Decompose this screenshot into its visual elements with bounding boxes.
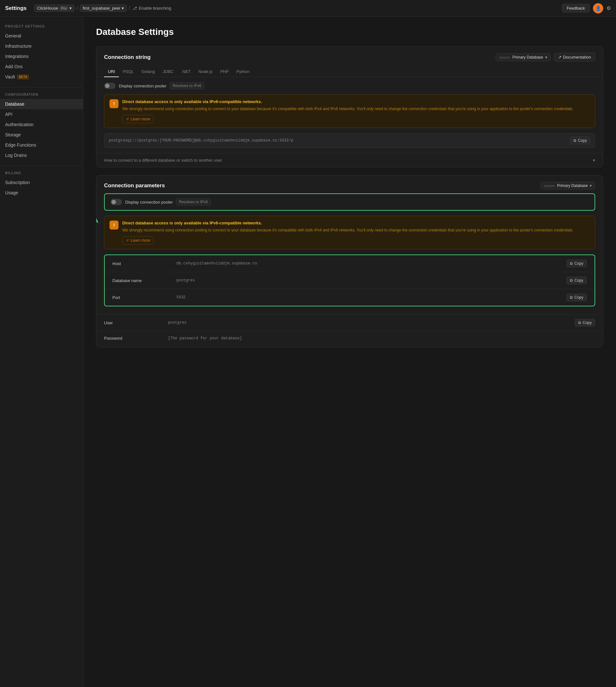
tab-uri[interactable]: URI [104,67,119,77]
connection-string-title: Connection string [104,54,151,61]
alert-warning-icon: ! [110,99,118,108]
sidebar: PROJECT SETTINGS General Infrastructure … [0,17,83,687]
params-learn-more-button[interactable]: ↗ Learn more [122,236,154,245]
tab-nodejs[interactable]: Node.js [195,67,216,77]
copy-icon: ⧉ [578,320,581,325]
param-row-dbname: Database name postgres ⧉ Copy [105,272,595,289]
sidebar-item-storage[interactable]: Storage [0,130,83,140]
connection-parameters-card: Connection parameters source Primary Dat… [96,175,603,347]
sidebar-item-integrations[interactable]: Integrations [0,51,83,62]
tab-python[interactable]: Python [233,67,253,77]
params-card-header-actions: source Primary Database ▾ [541,182,595,190]
display-pooler-toggle[interactable] [104,83,115,89]
branch-icon: ⎇ [132,6,137,10]
params-alert-warning-icon: ! [110,221,118,229]
collapsible-chevron-icon: ▾ [593,158,595,163]
project-chevron-icon: ▾ [122,6,124,10]
settings-icon[interactable]: ⚙ [607,5,611,11]
project-selector[interactable]: first_supabase_peer ▾ [80,4,127,12]
params-source-selector[interactable]: source Primary Database ▾ [541,182,595,190]
copy-port-button[interactable]: ⧉ Copy [566,293,587,301]
ipv6-alert: ! Direct database access is only availab… [104,94,595,128]
copy-user-button[interactable]: ⧉ Copy [575,319,595,327]
sidebar-item-label: API [5,112,13,117]
copy-label: Copy [574,295,584,300]
branch-label: Enable branching [139,6,171,10]
param-label-user: User [104,320,168,325]
tab-php[interactable]: PHP [216,67,233,77]
tab-net[interactable]: .NET [177,67,195,77]
connection-string-value: postgresql://postgres:[YOUR-PASSWORD]@db… [109,138,567,143]
project-name: first_supabase_peer [83,6,120,10]
sidebar-divider [0,87,83,87]
sidebar-item-label: General [5,33,21,39]
display-pooler-toggle-row: Display connection pooler Resolves to IP… [96,77,603,94]
sidebar-item-api[interactable]: API [0,109,83,119]
tab-golang[interactable]: Golang [138,67,159,77]
param-label-host: Host [112,261,176,266]
sidebar-item-log-drains[interactable]: Log Drains [0,150,83,160]
sidebar-item-label: Authentication [5,122,34,127]
params-learn-more-label: Learn more [131,238,150,243]
params-display-pooler-toggle[interactable] [110,199,122,205]
copy-label: Copy [574,278,584,283]
app-layout: PROJECT SETTINGS General Infrastructure … [0,17,616,687]
source-value: Primary Database [512,55,543,60]
source-chevron-icon: ▾ [545,55,547,60]
sidebar-item-label: Add Ons [5,64,22,69]
param-value-host: db.cxhygiuitamxhniiddjm.supabase.co [176,261,564,266]
sidebar-item-add-ons[interactable]: Add Ons [0,62,83,72]
copy-icon: ⧉ [573,138,576,143]
service-selector[interactable]: ClickHouse Pro ▾ [34,4,74,12]
sidebar-item-edge-functions[interactable]: Edge Functions [0,140,83,150]
avatar[interactable]: 👤 [593,3,603,14]
param-actions-user: ⧉ Copy [572,319,595,327]
sidebar-item-label: Integrations [5,54,28,59]
copy-label: Copy [583,320,592,325]
source-label: source [499,56,510,59]
project-settings-label: PROJECT SETTINGS [0,24,83,31]
copy-host-button[interactable]: ⧉ Copy [566,260,587,267]
sidebar-item-label: Database [5,102,24,107]
beta-badge: BETA [17,74,29,80]
tab-psql[interactable]: PSQL [119,67,138,77]
connection-params-title: Connection parameters [104,182,165,189]
params-alert-title: Direct database access is only available… [122,221,590,225]
param-row-host: Host db.cxhygiuitamxhniiddjm.supabase.co… [105,255,595,272]
param-actions-dbname: ⧉ Copy [564,276,587,284]
alert-content: Direct database access is only available… [122,99,590,123]
connection-string-card: Connection string source Primary Databas… [96,46,603,168]
connection-string-tabs: URI PSQL Golang JDBC .NET Node.js PHP Py… [96,62,603,77]
resolves-badge: Resolves to IPv6 [170,82,204,89]
param-label-port: Port [112,295,176,300]
sidebar-item-label: Edge Functions [5,142,36,148]
toggle-thumb [105,84,110,88]
toggle-thumb [111,200,116,204]
sidebar-item-vault[interactable]: Vault BETA [0,72,83,82]
enable-branching-button[interactable]: ⎇ Enable branching [132,6,171,10]
connection-string-value-row: postgresql://postgres:[YOUR-PASSWORD]@db… [104,133,595,148]
param-value-dbname: postgres [176,278,564,283]
breadcrumb: ClickHouse Pro ▾ / first_supabase_peer ▾… [34,4,171,12]
feedback-button[interactable]: Feedback [562,4,590,13]
sidebar-item-database[interactable]: Database [0,99,83,109]
sidebar-item-infrastructure[interactable]: Infrastructure [0,41,83,51]
sidebar-item-usage[interactable]: Usage [0,187,83,198]
copy-connection-string-button[interactable]: ⧉ Copy [570,137,590,145]
alert-title: Direct database access is only available… [122,99,590,104]
param-actions-host: ⧉ Copy [564,260,587,267]
sidebar-item-authentication[interactable]: Authentication [0,119,83,130]
how-to-connect-collapsible[interactable]: How to connect to a different database o… [96,153,603,167]
sidebar-item-subscription[interactable]: Subscription [0,177,83,187]
copy-dbname-button[interactable]: ⧉ Copy [566,276,587,284]
params-alert-body: We strongly recommend using connection p… [122,227,590,233]
learn-more-button[interactable]: ↗ Learn more [122,115,154,123]
sidebar-item-general[interactable]: General [0,31,83,41]
source-selector[interactable]: source Primary Database ▾ [496,53,550,61]
documentation-button[interactable]: ↗ Documentation [554,53,595,62]
tab-jdbc[interactable]: JDBC [159,67,177,77]
main-content: Database Settings Connection string sour… [83,17,616,687]
connection-params-table: Host db.cxhygiuitamxhniiddjm.supabase.co… [105,255,595,306]
source-value: Primary Database [557,183,588,188]
copy-icon: ⧉ [570,261,573,266]
